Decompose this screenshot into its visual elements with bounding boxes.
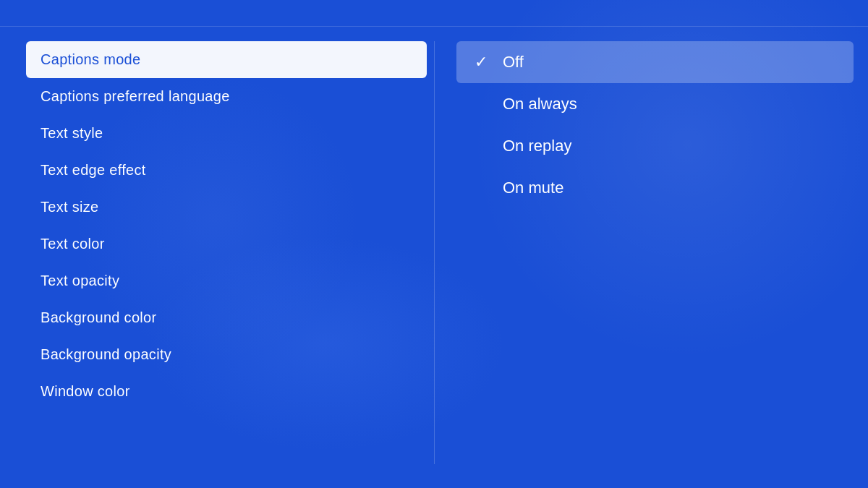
- menu-item-text-opacity[interactable]: Text opacity: [26, 262, 427, 299]
- menu-item-window-color[interactable]: Window color: [26, 373, 427, 410]
- option-label-on-mute: On mute: [503, 179, 563, 197]
- main-content: Captions modeCaptions preferred language…: [0, 27, 868, 464]
- option-item-off[interactable]: ✓Off: [456, 41, 854, 83]
- option-item-on-replay[interactable]: On replay: [456, 125, 854, 167]
- header: [0, 0, 868, 27]
- right-panel: ✓OffOn alwaysOn replayOn mute: [442, 41, 868, 464]
- option-item-on-mute[interactable]: On mute: [456, 167, 854, 209]
- menu-item-text-edge-effect[interactable]: Text edge effect: [26, 152, 427, 189]
- menu-item-background-color[interactable]: Background color: [26, 299, 427, 336]
- option-label-off: Off: [503, 53, 524, 72]
- option-item-on-always[interactable]: On always: [456, 83, 854, 125]
- menu-item-text-color[interactable]: Text color: [26, 226, 427, 262]
- menu-item-captions-language[interactable]: Captions preferred language: [26, 78, 427, 115]
- panel-divider: [434, 41, 435, 464]
- menu-list: Captions modeCaptions preferred language…: [26, 41, 427, 410]
- menu-item-background-opacity[interactable]: Background opacity: [26, 336, 427, 373]
- left-panel: Captions modeCaptions preferred language…: [0, 41, 427, 464]
- menu-item-captions-mode[interactable]: Captions mode: [26, 41, 427, 78]
- check-icon-off: ✓: [471, 53, 491, 72]
- option-label-on-always: On always: [503, 95, 577, 114]
- menu-item-text-size[interactable]: Text size: [26, 189, 427, 226]
- menu-item-text-style[interactable]: Text style: [26, 115, 427, 152]
- option-label-on-replay: On replay: [503, 137, 571, 155]
